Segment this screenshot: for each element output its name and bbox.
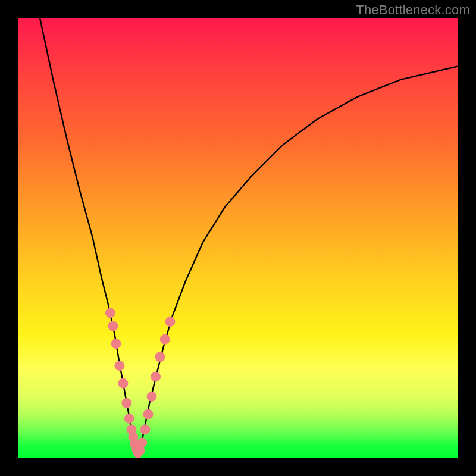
marker-dot (108, 321, 118, 331)
left-curve (40, 18, 138, 454)
marker-dot (105, 308, 115, 318)
marker-dot (124, 414, 134, 423)
marker-dot (122, 399, 131, 408)
marker-dot (151, 372, 161, 381)
watermark-text: TheBottleneck.com (356, 2, 470, 18)
marker-group (105, 308, 175, 458)
marker-dot (155, 352, 165, 362)
marker-dot (111, 339, 121, 349)
marker-dot (118, 378, 128, 388)
marker-dot (165, 317, 175, 327)
chart-svg (18, 18, 458, 458)
marker-dot (140, 425, 150, 434)
curve-group (40, 18, 458, 454)
marker-dot (143, 409, 153, 419)
chart-frame: TheBottleneck.com (0, 0, 476, 476)
plot-area (18, 18, 458, 458)
marker-dot (137, 438, 147, 447)
marker-dot (147, 392, 156, 401)
marker-dot (115, 361, 124, 371)
right-curve (138, 66, 458, 453)
marker-dot (160, 334, 170, 344)
